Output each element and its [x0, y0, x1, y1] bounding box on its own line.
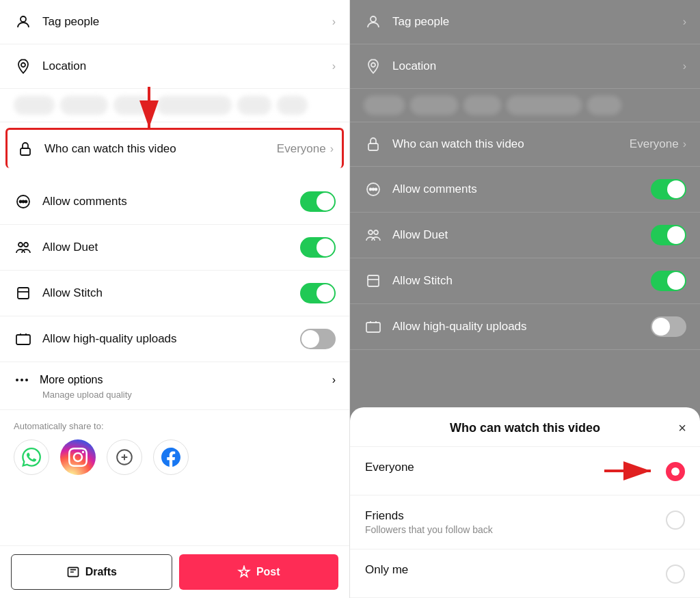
- right-allow-comments-row[interactable]: Allow comments: [350, 167, 700, 213]
- right-duet-icon: [364, 226, 383, 245]
- right-person-icon: [364, 12, 383, 31]
- bottom-sheet-title: Who can watch this video: [450, 421, 600, 435]
- right-who-can-watch-value: Everyone: [630, 137, 679, 151]
- svg-point-15: [21, 379, 23, 381]
- allow-hq-toggle[interactable]: [300, 329, 336, 349]
- allow-comments-label: Allow comments: [42, 195, 300, 208]
- only-me-option-text: Only me: [365, 563, 666, 578]
- tags-row: [0, 89, 349, 122]
- allow-stitch-row[interactable]: Allow Stitch: [0, 271, 349, 316]
- svg-point-1: [21, 63, 25, 67]
- tag-people-row[interactable]: Tag people ›: [0, 0, 349, 44]
- svg-rect-28: [368, 275, 379, 286]
- right-allow-hq-toggle[interactable]: [651, 316, 686, 337]
- right-allow-stitch-row[interactable]: Allow Stitch: [350, 258, 700, 304]
- allow-hq-row[interactable]: Allow high-quality uploads: [0, 316, 349, 362]
- left-panel: Tag people › Location ›: [0, 0, 350, 598]
- only-me-radio[interactable]: [666, 565, 685, 584]
- allow-comments-toggle[interactable]: [300, 191, 336, 212]
- bottom-sheet: Who can watch this video × Everyone: [350, 407, 700, 598]
- svg-point-10: [24, 243, 28, 247]
- more-options-row[interactable]: More options › Manage upload quality: [0, 362, 349, 410]
- svg-point-14: [16, 379, 18, 381]
- right-allow-comments-toggle[interactable]: [651, 179, 686, 200]
- bottom-sheet-header: Who can watch this video ×: [350, 407, 700, 447]
- allow-comments-row[interactable]: Allow comments: [0, 179, 349, 225]
- location-chevron: ›: [332, 60, 336, 72]
- allow-duet-row[interactable]: Allow Duet: [0, 225, 349, 271]
- svg-point-16: [25, 379, 28, 381]
- bottom-sheet-close[interactable]: ×: [678, 420, 686, 436]
- more-options-chevron: ›: [332, 374, 336, 386]
- right-tag-people-row[interactable]: Tag people ›: [350, 0, 700, 44]
- right-location-row[interactable]: Location ›: [350, 44, 700, 89]
- drafts-button[interactable]: Drafts: [11, 554, 172, 590]
- friends-option[interactable]: Friends Followers that you follow back: [350, 495, 700, 549]
- allow-stitch-toggle[interactable]: [300, 283, 336, 303]
- friends-option-text: Friends Followers that you follow back: [365, 509, 666, 535]
- tag-people-label: Tag people: [42, 15, 332, 29]
- right-location-icon: [364, 57, 383, 76]
- right-allow-stitch-label: Allow Stitch: [392, 274, 651, 288]
- svg-point-7: [23, 201, 25, 203]
- right-tag-people-label: Tag people: [392, 15, 683, 29]
- who-can-watch-row[interactable]: Who can watch this video Everyone ›: [5, 128, 344, 168]
- who-can-watch-value: Everyone: [277, 142, 326, 156]
- location-row[interactable]: Location ›: [0, 44, 349, 89]
- add-sync-icon[interactable]: [107, 439, 142, 475]
- comment-icon: [14, 192, 33, 211]
- lock-icon: [16, 139, 35, 159]
- bottom-buttons: Drafts Post: [0, 545, 349, 598]
- svg-point-0: [21, 16, 26, 22]
- right-allow-hq-row[interactable]: Allow high-quality uploads: [350, 304, 700, 350]
- svg-point-25: [375, 189, 377, 191]
- drafts-icon: [66, 565, 80, 579]
- right-tag-pill: [507, 96, 582, 115]
- right-allow-duet-toggle[interactable]: [651, 225, 686, 245]
- tag-people-chevron: ›: [332, 16, 336, 28]
- tag-pill: [14, 96, 55, 115]
- only-me-option[interactable]: Only me: [350, 549, 700, 598]
- right-who-can-watch-row[interactable]: Who can watch this video Everyone ›: [350, 122, 700, 167]
- svg-point-23: [370, 189, 372, 191]
- location-label: Location: [42, 59, 332, 73]
- everyone-option-title: Everyone: [365, 461, 604, 474]
- auto-share-label: Automatically share to:: [14, 421, 336, 431]
- right-tag-pill: [463, 96, 501, 115]
- everyone-option-text: Everyone: [365, 461, 604, 476]
- who-can-watch-label: Who can watch this video: [44, 142, 277, 156]
- right-allow-duet-row[interactable]: Allow Duet: [350, 213, 700, 258]
- tag-pill: [113, 96, 151, 115]
- post-sparkle-icon: [237, 565, 251, 579]
- allow-stitch-label: Allow Stitch: [42, 286, 300, 300]
- drafts-label: Drafts: [85, 566, 117, 578]
- post-button[interactable]: Post: [179, 554, 339, 590]
- svg-rect-2: [21, 148, 30, 155]
- right-tags-row: [350, 89, 700, 122]
- instagram-icon[interactable]: [60, 439, 96, 475]
- more-options-sub: Manage upload quality: [42, 390, 336, 400]
- svg-rect-21: [368, 144, 378, 150]
- friends-option-title: Friends: [365, 509, 666, 523]
- facebook-icon[interactable]: [153, 439, 189, 475]
- allow-duet-label: Allow Duet: [42, 241, 300, 254]
- svg-point-20: [371, 63, 375, 67]
- tag-pill: [237, 96, 271, 115]
- svg-rect-11: [18, 288, 29, 299]
- svg-point-6: [20, 201, 22, 203]
- everyone-option[interactable]: Everyone: [350, 447, 700, 495]
- whatsapp-icon[interactable]: [14, 439, 49, 475]
- more-options-label: More options: [40, 374, 103, 386]
- right-allow-stitch-toggle[interactable]: [651, 271, 686, 291]
- allow-duet-toggle[interactable]: [300, 237, 336, 258]
- stitch-icon: [14, 284, 33, 303]
- everyone-radio[interactable]: [666, 462, 685, 481]
- friends-option-sub: Followers that you follow back: [365, 524, 666, 535]
- friends-radio[interactable]: [666, 511, 685, 530]
- right-location-label: Location: [392, 59, 683, 73]
- who-can-watch-chevron: ›: [330, 143, 334, 155]
- social-icons-row: [14, 439, 336, 475]
- tag-pill: [157, 96, 232, 115]
- right-comment-icon: [364, 180, 383, 199]
- right-tag-pill: [364, 96, 405, 115]
